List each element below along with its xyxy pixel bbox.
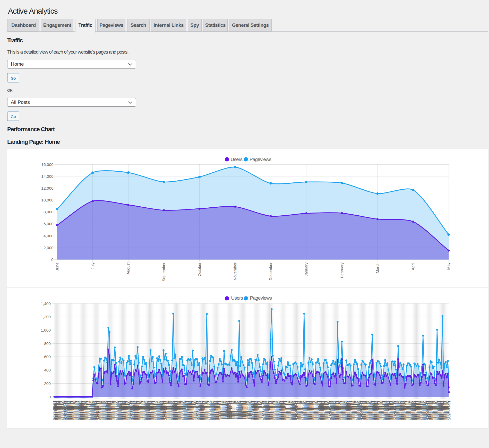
svg-text:Pageviews: Pageviews	[250, 157, 271, 162]
svg-text:800: 800	[44, 341, 51, 346]
svg-text:1,400: 1,400	[41, 301, 51, 306]
svg-text:0: 0	[48, 395, 51, 399]
svg-text:February: February	[340, 262, 344, 278]
svg-text:January: January	[304, 262, 308, 276]
svg-text:1,200: 1,200	[41, 315, 51, 319]
svg-text:Users: Users	[231, 295, 243, 301]
svg-text:2,000: 2,000	[44, 246, 54, 250]
svg-text:December: December	[268, 263, 273, 280]
svg-text:400: 400	[44, 368, 51, 372]
svg-text:1,000: 1,000	[41, 328, 51, 332]
svg-text:July: July	[90, 262, 95, 269]
svg-text:16,000: 16,000	[41, 162, 54, 167]
svg-text:June: June	[55, 263, 59, 271]
svg-text:May: May	[446, 262, 451, 270]
svg-text:October: October	[197, 263, 202, 276]
svg-text:10,000: 10,000	[41, 198, 54, 202]
svg-text:12,000: 12,000	[41, 186, 54, 190]
svg-text:March: March	[375, 263, 380, 273]
svg-text:4,000: 4,000	[44, 234, 54, 238]
svg-text:April: April	[411, 263, 415, 270]
svg-text:600: 600	[44, 354, 51, 359]
svg-text:Pageviews: Pageviews	[250, 295, 272, 301]
svg-text:6,000: 6,000	[44, 222, 54, 226]
svg-text:200: 200	[44, 381, 51, 386]
svg-text:August: August	[126, 262, 130, 275]
svg-text:0: 0	[51, 257, 54, 262]
svg-text:8,000: 8,000	[44, 210, 54, 214]
svg-text:2024-05-31: 2024-05-31	[447, 401, 451, 420]
svg-text:November: November	[233, 263, 237, 280]
svg-text:Users: Users	[231, 157, 243, 162]
svg-text:14,000: 14,000	[41, 174, 54, 179]
svg-text:September: September	[161, 263, 166, 281]
